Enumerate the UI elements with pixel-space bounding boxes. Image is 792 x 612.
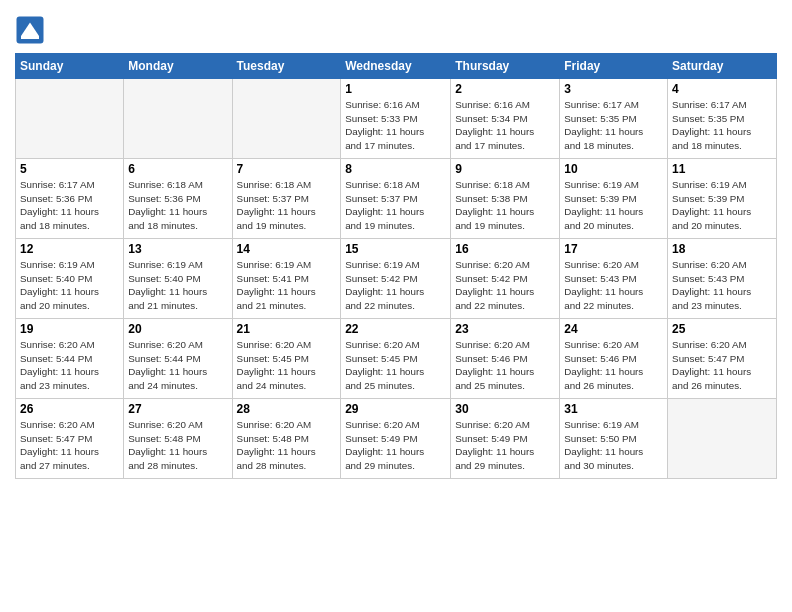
day-info: Sunrise: 6:20 AM Sunset: 5:45 PM Dayligh…	[345, 338, 446, 393]
day-info: Sunrise: 6:19 AM Sunset: 5:41 PM Dayligh…	[237, 258, 337, 313]
day-info: Sunrise: 6:20 AM Sunset: 5:47 PM Dayligh…	[20, 418, 119, 473]
day-info: Sunrise: 6:20 AM Sunset: 5:43 PM Dayligh…	[672, 258, 772, 313]
calendar-cell	[16, 79, 124, 159]
calendar-cell: 1Sunrise: 6:16 AM Sunset: 5:33 PM Daylig…	[341, 79, 451, 159]
day-number: 30	[455, 402, 555, 416]
day-number: 3	[564, 82, 663, 96]
day-info: Sunrise: 6:18 AM Sunset: 5:37 PM Dayligh…	[345, 178, 446, 233]
day-info: Sunrise: 6:20 AM Sunset: 5:46 PM Dayligh…	[455, 338, 555, 393]
calendar-cell	[232, 79, 341, 159]
calendar-cell: 4Sunrise: 6:17 AM Sunset: 5:35 PM Daylig…	[668, 79, 777, 159]
calendar-cell: 21Sunrise: 6:20 AM Sunset: 5:45 PM Dayli…	[232, 319, 341, 399]
day-number: 23	[455, 322, 555, 336]
calendar-cell: 20Sunrise: 6:20 AM Sunset: 5:44 PM Dayli…	[124, 319, 232, 399]
week-row-1: 1Sunrise: 6:16 AM Sunset: 5:33 PM Daylig…	[16, 79, 777, 159]
day-info: Sunrise: 6:20 AM Sunset: 5:49 PM Dayligh…	[455, 418, 555, 473]
day-info: Sunrise: 6:18 AM Sunset: 5:37 PM Dayligh…	[237, 178, 337, 233]
calendar-cell: 2Sunrise: 6:16 AM Sunset: 5:34 PM Daylig…	[451, 79, 560, 159]
day-info: Sunrise: 6:20 AM Sunset: 5:42 PM Dayligh…	[455, 258, 555, 313]
weekday-header-wednesday: Wednesday	[341, 54, 451, 79]
weekday-header-thursday: Thursday	[451, 54, 560, 79]
calendar-cell: 3Sunrise: 6:17 AM Sunset: 5:35 PM Daylig…	[560, 79, 668, 159]
day-number: 14	[237, 242, 337, 256]
day-info: Sunrise: 6:20 AM Sunset: 5:44 PM Dayligh…	[20, 338, 119, 393]
day-info: Sunrise: 6:20 AM Sunset: 5:48 PM Dayligh…	[237, 418, 337, 473]
day-number: 27	[128, 402, 227, 416]
calendar-cell: 16Sunrise: 6:20 AM Sunset: 5:42 PM Dayli…	[451, 239, 560, 319]
day-info: Sunrise: 6:19 AM Sunset: 5:50 PM Dayligh…	[564, 418, 663, 473]
calendar-cell: 12Sunrise: 6:19 AM Sunset: 5:40 PM Dayli…	[16, 239, 124, 319]
calendar-cell: 15Sunrise: 6:19 AM Sunset: 5:42 PM Dayli…	[341, 239, 451, 319]
day-info: Sunrise: 6:20 AM Sunset: 5:48 PM Dayligh…	[128, 418, 227, 473]
weekday-header-tuesday: Tuesday	[232, 54, 341, 79]
day-info: Sunrise: 6:19 AM Sunset: 5:40 PM Dayligh…	[128, 258, 227, 313]
calendar-cell: 11Sunrise: 6:19 AM Sunset: 5:39 PM Dayli…	[668, 159, 777, 239]
day-number: 8	[345, 162, 446, 176]
header	[15, 10, 777, 45]
day-number: 6	[128, 162, 227, 176]
day-number: 24	[564, 322, 663, 336]
page-container: SundayMondayTuesdayWednesdayThursdayFrid…	[0, 0, 792, 489]
calendar-cell: 5Sunrise: 6:17 AM Sunset: 5:36 PM Daylig…	[16, 159, 124, 239]
day-info: Sunrise: 6:20 AM Sunset: 5:43 PM Dayligh…	[564, 258, 663, 313]
day-info: Sunrise: 6:18 AM Sunset: 5:38 PM Dayligh…	[455, 178, 555, 233]
calendar-cell: 23Sunrise: 6:20 AM Sunset: 5:46 PM Dayli…	[451, 319, 560, 399]
day-number: 16	[455, 242, 555, 256]
week-row-5: 26Sunrise: 6:20 AM Sunset: 5:47 PM Dayli…	[16, 399, 777, 479]
day-number: 4	[672, 82, 772, 96]
day-number: 25	[672, 322, 772, 336]
day-number: 18	[672, 242, 772, 256]
day-number: 22	[345, 322, 446, 336]
calendar-cell	[668, 399, 777, 479]
day-number: 21	[237, 322, 337, 336]
day-info: Sunrise: 6:19 AM Sunset: 5:39 PM Dayligh…	[564, 178, 663, 233]
day-info: Sunrise: 6:19 AM Sunset: 5:42 PM Dayligh…	[345, 258, 446, 313]
day-info: Sunrise: 6:19 AM Sunset: 5:40 PM Dayligh…	[20, 258, 119, 313]
day-info: Sunrise: 6:16 AM Sunset: 5:33 PM Dayligh…	[345, 98, 446, 153]
day-number: 31	[564, 402, 663, 416]
day-number: 10	[564, 162, 663, 176]
calendar-cell: 19Sunrise: 6:20 AM Sunset: 5:44 PM Dayli…	[16, 319, 124, 399]
calendar-cell: 28Sunrise: 6:20 AM Sunset: 5:48 PM Dayli…	[232, 399, 341, 479]
calendar-cell: 27Sunrise: 6:20 AM Sunset: 5:48 PM Dayli…	[124, 399, 232, 479]
calendar-cell: 18Sunrise: 6:20 AM Sunset: 5:43 PM Dayli…	[668, 239, 777, 319]
day-info: Sunrise: 6:20 AM Sunset: 5:49 PM Dayligh…	[345, 418, 446, 473]
day-info: Sunrise: 6:17 AM Sunset: 5:36 PM Dayligh…	[20, 178, 119, 233]
calendar-cell: 17Sunrise: 6:20 AM Sunset: 5:43 PM Dayli…	[560, 239, 668, 319]
calendar-cell: 14Sunrise: 6:19 AM Sunset: 5:41 PM Dayli…	[232, 239, 341, 319]
calendar-cell: 30Sunrise: 6:20 AM Sunset: 5:49 PM Dayli…	[451, 399, 560, 479]
calendar-cell: 13Sunrise: 6:19 AM Sunset: 5:40 PM Dayli…	[124, 239, 232, 319]
day-info: Sunrise: 6:20 AM Sunset: 5:46 PM Dayligh…	[564, 338, 663, 393]
day-number: 15	[345, 242, 446, 256]
day-number: 29	[345, 402, 446, 416]
calendar-cell: 31Sunrise: 6:19 AM Sunset: 5:50 PM Dayli…	[560, 399, 668, 479]
week-row-4: 19Sunrise: 6:20 AM Sunset: 5:44 PM Dayli…	[16, 319, 777, 399]
day-number: 1	[345, 82, 446, 96]
day-number: 19	[20, 322, 119, 336]
weekday-header-monday: Monday	[124, 54, 232, 79]
weekday-header-saturday: Saturday	[668, 54, 777, 79]
weekday-header-sunday: Sunday	[16, 54, 124, 79]
day-number: 5	[20, 162, 119, 176]
day-number: 2	[455, 82, 555, 96]
week-row-2: 5Sunrise: 6:17 AM Sunset: 5:36 PM Daylig…	[16, 159, 777, 239]
day-info: Sunrise: 6:16 AM Sunset: 5:34 PM Dayligh…	[455, 98, 555, 153]
calendar-cell: 25Sunrise: 6:20 AM Sunset: 5:47 PM Dayli…	[668, 319, 777, 399]
calendar-cell: 26Sunrise: 6:20 AM Sunset: 5:47 PM Dayli…	[16, 399, 124, 479]
calendar-cell: 24Sunrise: 6:20 AM Sunset: 5:46 PM Dayli…	[560, 319, 668, 399]
calendar-cell: 7Sunrise: 6:18 AM Sunset: 5:37 PM Daylig…	[232, 159, 341, 239]
day-number: 9	[455, 162, 555, 176]
day-number: 7	[237, 162, 337, 176]
calendar-table: SundayMondayTuesdayWednesdayThursdayFrid…	[15, 53, 777, 479]
calendar-cell: 6Sunrise: 6:18 AM Sunset: 5:36 PM Daylig…	[124, 159, 232, 239]
day-number: 13	[128, 242, 227, 256]
week-row-3: 12Sunrise: 6:19 AM Sunset: 5:40 PM Dayli…	[16, 239, 777, 319]
calendar-cell: 10Sunrise: 6:19 AM Sunset: 5:39 PM Dayli…	[560, 159, 668, 239]
calendar-cell: 22Sunrise: 6:20 AM Sunset: 5:45 PM Dayli…	[341, 319, 451, 399]
calendar-cell: 8Sunrise: 6:18 AM Sunset: 5:37 PM Daylig…	[341, 159, 451, 239]
day-info: Sunrise: 6:17 AM Sunset: 5:35 PM Dayligh…	[672, 98, 772, 153]
day-number: 11	[672, 162, 772, 176]
day-number: 28	[237, 402, 337, 416]
day-number: 26	[20, 402, 119, 416]
logo-icon	[15, 15, 45, 45]
